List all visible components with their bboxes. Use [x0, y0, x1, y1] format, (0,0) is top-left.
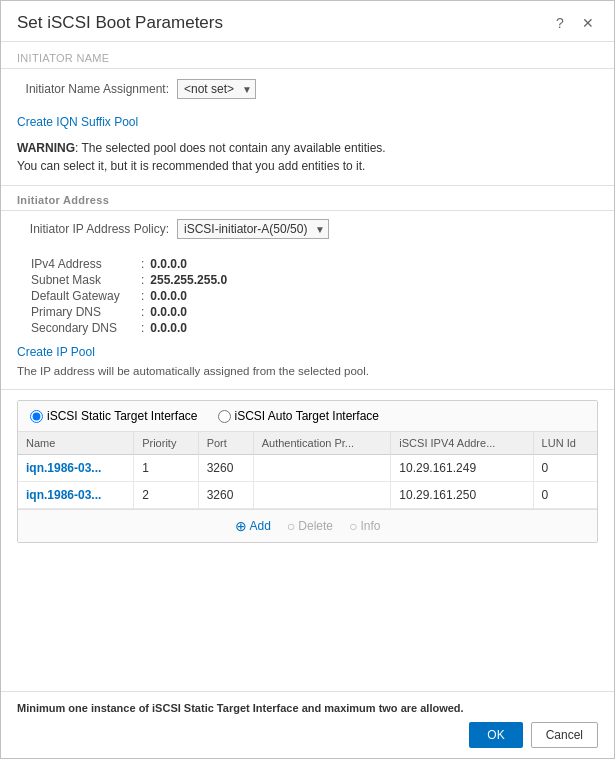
ipv4-value: 0.0.0.0 — [150, 257, 187, 271]
dns2-value: 0.0.0.0 — [150, 321, 187, 335]
row2-auth — [253, 482, 391, 509]
table-row[interactable]: iqn.1986-03... 1 3260 10.29.161.249 0 — [18, 455, 597, 482]
ipv4-key: IPv4 Address — [31, 257, 141, 271]
table-header-row: Name Priority Port Authentication Pr... … — [18, 432, 597, 455]
col-auth: Authentication Pr... — [253, 432, 391, 455]
header-icons: ? ✕ — [550, 13, 598, 33]
row2-lun: 0 — [533, 482, 597, 509]
ip-policy-label: Initiator IP Address Policy: — [17, 222, 177, 236]
info-action[interactable]: ○ Info — [349, 518, 380, 534]
static-target-option[interactable]: iSCSI Static Target Interface — [30, 409, 198, 423]
row1-ipv4: 10.29.161.249 — [391, 455, 533, 482]
row1-lun: 0 — [533, 455, 597, 482]
interface-section: iSCSI Static Target Interface iSCSI Auto… — [17, 400, 598, 543]
table-footer: ⊕ Add ○ Delete ○ Info — [18, 509, 597, 542]
close-button[interactable]: ✕ — [578, 13, 598, 33]
row1-port: 3260 — [198, 455, 253, 482]
row1-name: iqn.1986-03... — [18, 455, 134, 482]
delete-icon: ○ — [287, 518, 295, 534]
subnet-value: 255.255.255.0 — [150, 273, 227, 287]
warning-box: WARNING: The selected pool does not cont… — [1, 135, 614, 185]
create-ip-pool-row: Create IP Pool — [1, 343, 614, 363]
footer-buttons: OK Cancel — [17, 722, 598, 748]
auto-target-option[interactable]: iSCSI Auto Target Interface — [218, 409, 380, 423]
col-name: Name — [18, 432, 134, 455]
dialog-header: Set iSCSI Boot Parameters ? ✕ — [1, 1, 614, 42]
ipv4-row: IPv4 Address : 0.0.0.0 — [31, 257, 598, 271]
interface-header: iSCSI Static Target Interface iSCSI Auto… — [18, 401, 597, 432]
create-iqn-row: Create IQN Suffix Pool — [1, 111, 614, 135]
table-row[interactable]: iqn.1986-03... 2 3260 10.29.161.250 0 — [18, 482, 597, 509]
auto-target-radio[interactable] — [218, 410, 231, 423]
ip-fields-grid: IPv4 Address : 0.0.0.0 Subnet Mask : 255… — [1, 251, 614, 343]
add-label: Add — [250, 519, 271, 533]
col-priority: Priority — [134, 432, 199, 455]
add-icon: ⊕ — [235, 518, 247, 534]
row2-ipv4: 10.29.161.250 — [391, 482, 533, 509]
table-container: Name Priority Port Authentication Pr... … — [18, 432, 597, 542]
info-icon: ○ — [349, 518, 357, 534]
subnet-key: Subnet Mask — [31, 273, 141, 287]
static-target-radio[interactable] — [30, 410, 43, 423]
col-port: Port — [198, 432, 253, 455]
ip-policy-select[interactable]: iSCSI-initiator-A(50/50) — [177, 219, 329, 239]
row1-priority: 1 — [134, 455, 199, 482]
dns1-key: Primary DNS — [31, 305, 141, 319]
ip-note: The IP address will be automatically ass… — [1, 363, 614, 385]
delete-label: Delete — [298, 519, 333, 533]
dialog-title: Set iSCSI Boot Parameters — [17, 13, 223, 33]
ip-policy-select-wrapper: iSCSI-initiator-A(50/50) ▼ — [177, 219, 329, 239]
col-lun: LUN Id — [533, 432, 597, 455]
footer-warning: Minimum one instance of iSCSI Static Tar… — [17, 702, 598, 714]
gateway-row: Default Gateway : 0.0.0.0 — [31, 289, 598, 303]
dns2-row: Secondary DNS : 0.0.0.0 — [31, 321, 598, 335]
create-ip-pool-link[interactable]: Create IP Pool — [17, 345, 95, 359]
warning-text: WARNING: The selected pool does not cont… — [17, 139, 598, 175]
warning-bold: WARNING — [17, 141, 75, 155]
dns1-value: 0.0.0.0 — [150, 305, 187, 319]
initiator-address-label: Initiator Address — [1, 186, 614, 210]
target-table: Name Priority Port Authentication Pr... … — [18, 432, 597, 509]
row2-name: iqn.1986-03... — [18, 482, 134, 509]
ok-button[interactable]: OK — [469, 722, 522, 748]
dialog-container: Set iSCSI Boot Parameters ? ✕ Initiator … — [0, 0, 615, 759]
dns1-row: Primary DNS : 0.0.0.0 — [31, 305, 598, 319]
dialog-body: Initiator Name Initiator Name Assignment… — [1, 42, 614, 691]
delete-action[interactable]: ○ Delete — [287, 518, 333, 534]
ip-policy-row: Initiator IP Address Policy: iSCSI-initi… — [17, 219, 598, 239]
row2-port: 3260 — [198, 482, 253, 509]
ip-policy-section: Initiator IP Address Policy: iSCSI-initi… — [1, 211, 614, 251]
help-button[interactable]: ? — [550, 13, 570, 33]
name-assignment-select[interactable]: <not set> — [177, 79, 256, 99]
info-label: Info — [360, 519, 380, 533]
initiator-assignment-section: Initiator Name Assignment: <not set> ▼ — [1, 69, 614, 111]
create-iqn-link[interactable]: Create IQN Suffix Pool — [17, 115, 138, 129]
dialog-footer: Minimum one instance of iSCSI Static Tar… — [1, 691, 614, 758]
add-action[interactable]: ⊕ Add — [235, 518, 271, 534]
dns2-key: Secondary DNS — [31, 321, 141, 335]
static-target-label: iSCSI Static Target Interface — [47, 409, 198, 423]
cancel-button[interactable]: Cancel — [531, 722, 598, 748]
auto-target-label: iSCSI Auto Target Interface — [235, 409, 380, 423]
row2-priority: 2 — [134, 482, 199, 509]
row1-auth — [253, 455, 391, 482]
gateway-value: 0.0.0.0 — [150, 289, 187, 303]
subnet-row: Subnet Mask : 255.255.255.0 — [31, 273, 598, 287]
name-assignment-label: Initiator Name Assignment: — [17, 82, 177, 96]
initiator-name-label: Initiator Name — [1, 42, 614, 68]
name-assignment-select-wrapper: <not set> ▼ — [177, 79, 256, 99]
col-ipv4: iSCSI IPV4 Addre... — [391, 432, 533, 455]
gateway-key: Default Gateway — [31, 289, 141, 303]
name-assignment-row: Initiator Name Assignment: <not set> ▼ — [17, 79, 598, 99]
